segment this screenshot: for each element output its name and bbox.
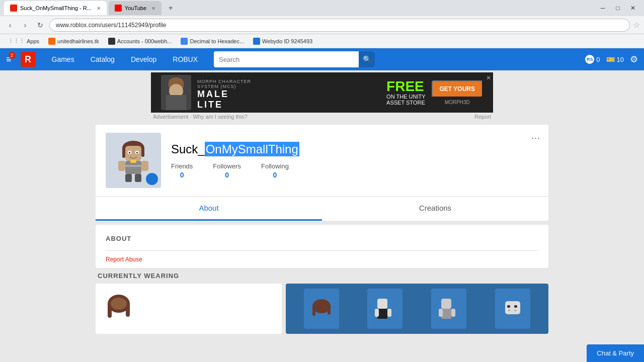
avatar-badge: 👤	[146, 173, 158, 185]
bookmark-accounts-icon	[108, 38, 115, 45]
svg-rect-7	[136, 152, 138, 153]
nav-link-games[interactable]: Games	[44, 48, 83, 70]
bookmark-accounts[interactable]: Accounts - 000webh...	[104, 37, 176, 46]
back-button[interactable]: ‹	[4, 19, 16, 31]
svg-rect-30	[505, 301, 520, 314]
robux-icon: RS	[585, 55, 594, 64]
svg-rect-11	[141, 161, 148, 171]
forward-button[interactable]: ›	[19, 19, 31, 31]
ad-free-label: FREE	[386, 79, 425, 94]
ad-brand: MORPH3D	[445, 100, 470, 105]
svg-rect-26	[441, 299, 451, 309]
friends-stat: Friends 0	[171, 162, 193, 179]
svg-rect-31	[507, 305, 510, 308]
tab-close-roblox[interactable]: ✕	[97, 6, 101, 11]
avatar-container: 👤	[106, 133, 161, 188]
bookmark-unitedhairlines[interactable]: unitedhairlines.tk	[44, 37, 103, 46]
address-input[interactable]: www.roblox.com/users/111452949/profile	[49, 19, 630, 32]
about-divider	[106, 250, 538, 251]
refresh-button[interactable]: ↻	[34, 19, 46, 31]
ad-close-button[interactable]: ✕	[486, 74, 491, 81]
following-value: 0	[273, 171, 277, 179]
ad-wrapper: MORPH CHARACTER SYSTEM (MCS) MALE LITE F…	[0, 70, 644, 113]
wearing-item-hair-icon	[309, 294, 334, 324]
nav-link-robux[interactable]: ROBUX	[165, 48, 206, 70]
address-text: www.roblox.com/users/111452949/profile	[56, 22, 166, 29]
report-abuse-link[interactable]: Report Abuse	[106, 256, 538, 263]
bookmark-webydo[interactable]: Webydo ID 9245493	[249, 37, 316, 46]
bookmark-apps[interactable]: ⋮⋮⋮ Apps	[4, 37, 43, 45]
tab-close-youtube[interactable]: ✕	[151, 6, 155, 11]
wearing-item-outfit2[interactable]	[431, 289, 466, 329]
tickets-counter[interactable]: 🎫 10	[606, 55, 624, 63]
wearing-items-grid	[286, 284, 548, 334]
hamburger-menu[interactable]: ≡ 2	[6, 54, 19, 65]
address-bar: ‹ › ↻ www.roblox.com/users/111452949/pro…	[0, 16, 644, 34]
gear-icon: ⚙	[630, 54, 638, 65]
svg-rect-25	[387, 309, 391, 317]
bookmark-decimal-icon	[181, 38, 188, 45]
window-controls: ─ □ ✕	[596, 3, 640, 14]
gear-menu[interactable]: ⚙	[630, 54, 638, 65]
active-tab[interactable]: Suck_OnMySmallThing - R... ✕	[4, 1, 107, 15]
svg-rect-13	[135, 174, 141, 182]
star-button[interactable]: ☆	[633, 20, 640, 30]
wearing-content: 2D	[96, 284, 548, 334]
svg-rect-6	[129, 152, 130, 153]
roblox-logo-letter: R	[25, 54, 31, 65]
ad-banner: MORPH CHARACTER SYSTEM (MCS) MALE LITE F…	[151, 72, 493, 113]
about-section: ABOUT Report Abuse	[96, 225, 548, 268]
ad-notice-text: Advertisement · Why am I seeing this?	[153, 114, 248, 120]
nav-link-develop[interactable]: Develop	[123, 48, 165, 70]
more-options-button[interactable]: ···	[531, 133, 540, 143]
chat-party-button[interactable]: Chat & Party	[587, 344, 644, 362]
toggle-2d-button[interactable]: 2D	[260, 319, 277, 329]
svg-rect-33	[508, 310, 510, 311]
svg-rect-32	[514, 305, 517, 308]
friends-value: 0	[180, 171, 184, 179]
roblox-logo[interactable]: R	[21, 52, 36, 67]
wearing-item-hair[interactable]	[304, 289, 339, 329]
svg-rect-24	[375, 309, 379, 317]
bookmark-decimal[interactable]: Decimal to Hexadec...	[177, 37, 248, 46]
profile-card: 👤 Suck_OnMySmallThing Friends 0 Follower…	[96, 125, 548, 221]
ad-get-yours-button[interactable]: GET YOURS	[432, 80, 483, 98]
tab-creations[interactable]: Creations	[322, 197, 548, 221]
search-input[interactable]	[214, 51, 375, 67]
followers-label: Followers	[213, 162, 241, 170]
avatar-badge-icon: 👤	[148, 175, 156, 183]
close-button[interactable]: ✕	[626, 3, 640, 14]
tab-about[interactable]: About	[96, 197, 322, 221]
bookmark-webydo-label: Webydo ID 9245493	[262, 38, 312, 44]
wearing-item-outfit1[interactable]	[367, 289, 403, 329]
inactive-tab-youtube[interactable]: YouTube ✕	[109, 1, 162, 15]
wearing-main: 2D	[96, 284, 282, 334]
svg-rect-12	[125, 174, 132, 182]
nav-link-catalog[interactable]: Catalog	[83, 48, 123, 70]
wearing-hair-item	[104, 289, 134, 329]
search-button[interactable]: 🔍	[359, 51, 375, 67]
profile-tabs: About Creations	[96, 196, 548, 221]
ad-report-text[interactable]: Report	[474, 114, 491, 120]
minimize-button[interactable]: ─	[596, 3, 610, 14]
nav-links: Games Catalog Develop ROBUX	[44, 48, 206, 70]
robux-counter[interactable]: RS 0	[585, 55, 600, 64]
svg-rect-22	[377, 299, 387, 309]
wearing-item-outfit1-icon	[372, 294, 397, 324]
tab-favicon-youtube	[115, 5, 122, 12]
notification-badge: 2	[9, 52, 16, 59]
following-stat: Following 0	[261, 162, 289, 179]
wearing-item-face-icon	[500, 294, 525, 324]
tickets-amount: 10	[617, 56, 624, 63]
username: Suck_OnMySmallThing	[171, 142, 538, 156]
maximize-button[interactable]: □	[611, 3, 625, 14]
tab-favicon-roblox	[10, 5, 17, 12]
roblox-navbar: ≡ 2 R Games Catalog Develop ROBUX 🔍 RS 0…	[0, 48, 644, 70]
wearing-item-face[interactable]	[495, 289, 530, 329]
ticket-icon: 🎫	[606, 55, 615, 63]
svg-rect-1	[122, 148, 125, 158]
robux-amount: 0	[596, 56, 600, 63]
new-tab-button[interactable]: +	[164, 1, 178, 15]
following-label: Following	[261, 162, 289, 170]
svg-rect-14	[130, 160, 136, 163]
